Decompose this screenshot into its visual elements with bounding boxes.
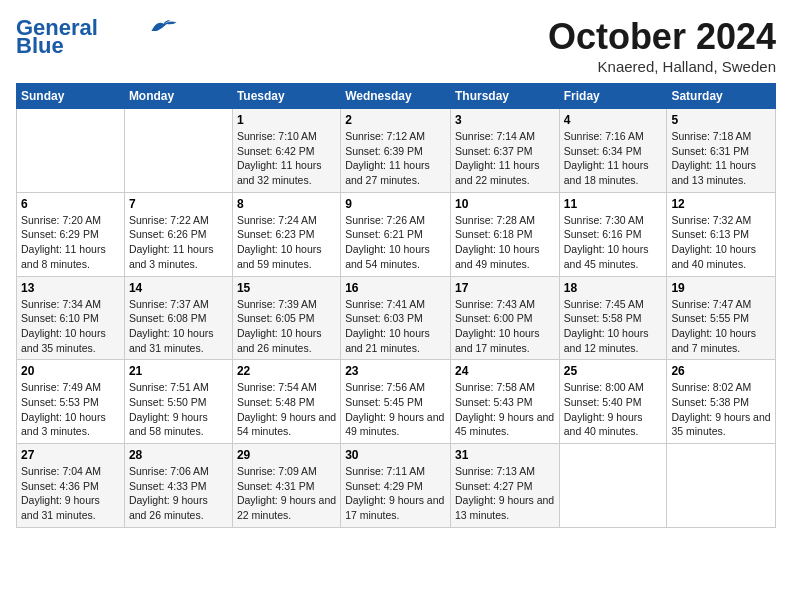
calendar-cell: 29Sunrise: 7:09 AM Sunset: 4:31 PM Dayli…	[232, 444, 340, 528]
day-number: 11	[564, 197, 663, 211]
calendar-cell: 3Sunrise: 7:14 AM Sunset: 6:37 PM Daylig…	[450, 109, 559, 193]
day-info: Sunrise: 7:13 AM Sunset: 4:27 PM Dayligh…	[455, 464, 555, 523]
day-info: Sunrise: 7:26 AM Sunset: 6:21 PM Dayligh…	[345, 213, 446, 272]
month-title: October 2024	[548, 16, 776, 58]
day-info: Sunrise: 7:58 AM Sunset: 5:43 PM Dayligh…	[455, 380, 555, 439]
calendar-cell: 1Sunrise: 7:10 AM Sunset: 6:42 PM Daylig…	[232, 109, 340, 193]
day-info: Sunrise: 7:51 AM Sunset: 5:50 PM Dayligh…	[129, 380, 228, 439]
day-info: Sunrise: 7:06 AM Sunset: 4:33 PM Dayligh…	[129, 464, 228, 523]
calendar-cell: 13Sunrise: 7:34 AM Sunset: 6:10 PM Dayli…	[17, 276, 125, 360]
day-info: Sunrise: 7:28 AM Sunset: 6:18 PM Dayligh…	[455, 213, 555, 272]
day-info: Sunrise: 8:00 AM Sunset: 5:40 PM Dayligh…	[564, 380, 663, 439]
day-info: Sunrise: 7:18 AM Sunset: 6:31 PM Dayligh…	[671, 129, 771, 188]
title-block: October 2024 Knaered, Halland, Sweden	[548, 16, 776, 75]
day-number: 5	[671, 113, 771, 127]
calendar-cell	[559, 444, 667, 528]
day-number: 14	[129, 281, 228, 295]
day-info: Sunrise: 7:14 AM Sunset: 6:37 PM Dayligh…	[455, 129, 555, 188]
calendar-cell: 15Sunrise: 7:39 AM Sunset: 6:05 PM Dayli…	[232, 276, 340, 360]
day-number: 16	[345, 281, 446, 295]
calendar-cell: 20Sunrise: 7:49 AM Sunset: 5:53 PM Dayli…	[17, 360, 125, 444]
calendar-cell: 6Sunrise: 7:20 AM Sunset: 6:29 PM Daylig…	[17, 192, 125, 276]
calendar-cell: 10Sunrise: 7:28 AM Sunset: 6:18 PM Dayli…	[450, 192, 559, 276]
day-number: 27	[21, 448, 120, 462]
day-number: 6	[21, 197, 120, 211]
day-number: 19	[671, 281, 771, 295]
day-number: 18	[564, 281, 663, 295]
day-of-week-header: Thursday	[450, 84, 559, 109]
calendar-cell: 2Sunrise: 7:12 AM Sunset: 6:39 PM Daylig…	[341, 109, 451, 193]
day-info: Sunrise: 7:37 AM Sunset: 6:08 PM Dayligh…	[129, 297, 228, 356]
day-number: 13	[21, 281, 120, 295]
logo: General Blue	[16, 16, 178, 58]
calendar-cell: 5Sunrise: 7:18 AM Sunset: 6:31 PM Daylig…	[667, 109, 776, 193]
day-number: 31	[455, 448, 555, 462]
calendar-cell: 7Sunrise: 7:22 AM Sunset: 6:26 PM Daylig…	[124, 192, 232, 276]
day-info: Sunrise: 7:22 AM Sunset: 6:26 PM Dayligh…	[129, 213, 228, 272]
calendar-cell: 23Sunrise: 7:56 AM Sunset: 5:45 PM Dayli…	[341, 360, 451, 444]
day-info: Sunrise: 7:04 AM Sunset: 4:36 PM Dayligh…	[21, 464, 120, 523]
day-info: Sunrise: 7:49 AM Sunset: 5:53 PM Dayligh…	[21, 380, 120, 439]
day-number: 12	[671, 197, 771, 211]
day-number: 1	[237, 113, 336, 127]
calendar-cell: 8Sunrise: 7:24 AM Sunset: 6:23 PM Daylig…	[232, 192, 340, 276]
logo-bird-icon	[150, 17, 178, 35]
calendar-cell	[124, 109, 232, 193]
calendar-table: SundayMondayTuesdayWednesdayThursdayFrid…	[16, 83, 776, 528]
day-of-week-header: Monday	[124, 84, 232, 109]
day-number: 10	[455, 197, 555, 211]
day-info: Sunrise: 7:10 AM Sunset: 6:42 PM Dayligh…	[237, 129, 336, 188]
day-number: 26	[671, 364, 771, 378]
calendar-cell	[667, 444, 776, 528]
calendar-cell: 22Sunrise: 7:54 AM Sunset: 5:48 PM Dayli…	[232, 360, 340, 444]
calendar-cell: 18Sunrise: 7:45 AM Sunset: 5:58 PM Dayli…	[559, 276, 667, 360]
day-number: 20	[21, 364, 120, 378]
day-number: 24	[455, 364, 555, 378]
calendar-cell: 16Sunrise: 7:41 AM Sunset: 6:03 PM Dayli…	[341, 276, 451, 360]
day-info: Sunrise: 7:45 AM Sunset: 5:58 PM Dayligh…	[564, 297, 663, 356]
calendar-cell: 4Sunrise: 7:16 AM Sunset: 6:34 PM Daylig…	[559, 109, 667, 193]
day-number: 25	[564, 364, 663, 378]
day-number: 22	[237, 364, 336, 378]
calendar-cell: 28Sunrise: 7:06 AM Sunset: 4:33 PM Dayli…	[124, 444, 232, 528]
page-header: General Blue October 2024 Knaered, Halla…	[16, 16, 776, 75]
day-info: Sunrise: 7:16 AM Sunset: 6:34 PM Dayligh…	[564, 129, 663, 188]
day-info: Sunrise: 7:11 AM Sunset: 4:29 PM Dayligh…	[345, 464, 446, 523]
day-of-week-header: Wednesday	[341, 84, 451, 109]
day-number: 21	[129, 364, 228, 378]
day-info: Sunrise: 7:30 AM Sunset: 6:16 PM Dayligh…	[564, 213, 663, 272]
calendar-cell: 27Sunrise: 7:04 AM Sunset: 4:36 PM Dayli…	[17, 444, 125, 528]
calendar-cell	[17, 109, 125, 193]
day-number: 4	[564, 113, 663, 127]
calendar-cell: 12Sunrise: 7:32 AM Sunset: 6:13 PM Dayli…	[667, 192, 776, 276]
day-number: 17	[455, 281, 555, 295]
calendar-cell: 26Sunrise: 8:02 AM Sunset: 5:38 PM Dayli…	[667, 360, 776, 444]
day-info: Sunrise: 8:02 AM Sunset: 5:38 PM Dayligh…	[671, 380, 771, 439]
day-info: Sunrise: 7:32 AM Sunset: 6:13 PM Dayligh…	[671, 213, 771, 272]
day-of-week-header: Friday	[559, 84, 667, 109]
day-info: Sunrise: 7:47 AM Sunset: 5:55 PM Dayligh…	[671, 297, 771, 356]
day-info: Sunrise: 7:09 AM Sunset: 4:31 PM Dayligh…	[237, 464, 336, 523]
day-number: 8	[237, 197, 336, 211]
calendar-cell: 11Sunrise: 7:30 AM Sunset: 6:16 PM Dayli…	[559, 192, 667, 276]
location: Knaered, Halland, Sweden	[548, 58, 776, 75]
day-info: Sunrise: 7:43 AM Sunset: 6:00 PM Dayligh…	[455, 297, 555, 356]
day-number: 30	[345, 448, 446, 462]
day-of-week-header: Tuesday	[232, 84, 340, 109]
day-info: Sunrise: 7:39 AM Sunset: 6:05 PM Dayligh…	[237, 297, 336, 356]
day-number: 9	[345, 197, 446, 211]
day-number: 28	[129, 448, 228, 462]
day-number: 23	[345, 364, 446, 378]
day-info: Sunrise: 7:54 AM Sunset: 5:48 PM Dayligh…	[237, 380, 336, 439]
calendar-cell: 30Sunrise: 7:11 AM Sunset: 4:29 PM Dayli…	[341, 444, 451, 528]
calendar-cell: 21Sunrise: 7:51 AM Sunset: 5:50 PM Dayli…	[124, 360, 232, 444]
day-number: 2	[345, 113, 446, 127]
day-info: Sunrise: 7:12 AM Sunset: 6:39 PM Dayligh…	[345, 129, 446, 188]
day-number: 15	[237, 281, 336, 295]
calendar-cell: 9Sunrise: 7:26 AM Sunset: 6:21 PM Daylig…	[341, 192, 451, 276]
calendar-cell: 24Sunrise: 7:58 AM Sunset: 5:43 PM Dayli…	[450, 360, 559, 444]
day-info: Sunrise: 7:20 AM Sunset: 6:29 PM Dayligh…	[21, 213, 120, 272]
day-info: Sunrise: 7:56 AM Sunset: 5:45 PM Dayligh…	[345, 380, 446, 439]
calendar-cell: 19Sunrise: 7:47 AM Sunset: 5:55 PM Dayli…	[667, 276, 776, 360]
calendar-cell: 14Sunrise: 7:37 AM Sunset: 6:08 PM Dayli…	[124, 276, 232, 360]
